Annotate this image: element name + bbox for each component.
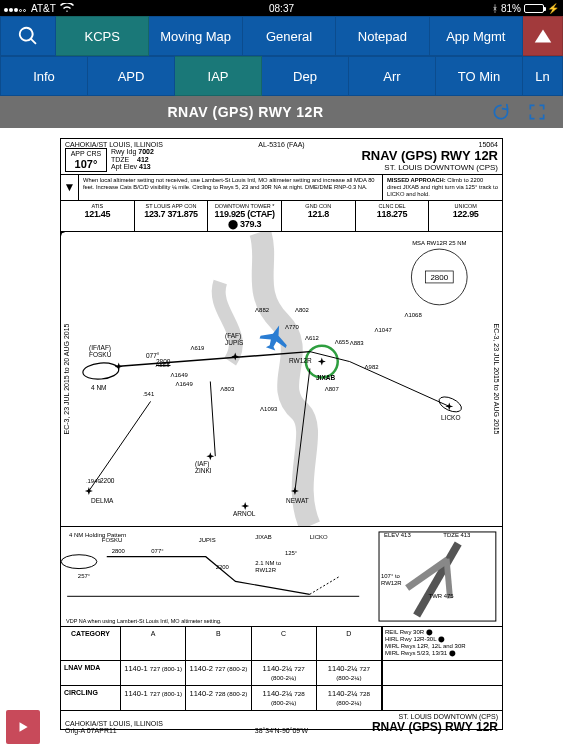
svg-text:Λ770: Λ770 (285, 324, 300, 330)
svg-text:Λ655: Λ655 (335, 339, 350, 345)
svg-text:077°: 077° (151, 548, 164, 554)
planview-map: MSA RW12R 25 NM 2800 (61, 232, 502, 526)
svg-text:RW12R: RW12R (381, 580, 402, 586)
play-button[interactable] (6, 710, 40, 744)
cat-b: B (186, 627, 251, 660)
svg-text:Λ802: Λ802 (295, 307, 310, 313)
cat-a: A (121, 627, 186, 660)
missed-approach: MISSED APPROACH: Climb to 2200 direct JI… (382, 175, 502, 200)
svg-text:107° to: 107° to (381, 573, 401, 579)
plate-notes: When local altimeter setting not receive… (79, 175, 382, 200)
notepad-tab[interactable]: Notepad (336, 16, 429, 56)
fix-licko: LICKO (441, 414, 461, 421)
cat-c: C (252, 627, 317, 660)
svg-text:Λ619: Λ619 (190, 344, 205, 350)
app-crs-label: APP CRS (67, 150, 105, 158)
lnav-c: 1140-2¼ 727 (800-2¼) (252, 661, 317, 685)
tdze-value: 412 (137, 156, 149, 163)
holding-label: 4 NM Holding Pattern (69, 532, 126, 538)
cell-signal-icon (4, 3, 27, 14)
info-tab[interactable]: Info (0, 56, 88, 96)
svg-text:Λ612: Λ612 (305, 335, 320, 341)
dep-label: Dep (293, 69, 317, 84)
info-label: Info (33, 69, 55, 84)
apt-elev-value: 413 (139, 163, 151, 170)
alt-2800: 2200 (100, 477, 114, 484)
plate-city: CAHOKIA/ST LOUIS, ILLINOIS (65, 141, 209, 148)
freq-cell: GND CON121.8 (282, 201, 356, 231)
fix-zinki: (IAF) ZINKI (195, 460, 212, 474)
svg-text:ELEV 413: ELEV 413 (384, 532, 411, 538)
svg-text:Λ982: Λ982 (365, 363, 380, 369)
freq-cell: ST LOUIS APP CON123.7 371.875 (135, 201, 209, 231)
circ-b: 1140-2 728 (800-2) (186, 686, 251, 710)
foot-airport: ST. LOUIS DOWNTOWN (CPS) (354, 713, 498, 720)
search-button[interactable] (0, 16, 56, 56)
arr-label: Arr (383, 69, 400, 84)
alert-button[interactable] (523, 16, 563, 56)
lnav-label: LNAV MDA (61, 661, 121, 685)
to-min-tab[interactable]: TO Min (436, 56, 523, 96)
app-mgmt-tab[interactable]: App Mgmt (430, 16, 523, 56)
svg-text:257°: 257° (78, 573, 91, 579)
freq-cell: ATIS121.45 (61, 201, 135, 231)
apt-elev-label: Apt Elev (111, 163, 137, 170)
profile-view: FOSKU JUPIS JIXAB LICKO 257° 077° 2200 2… (61, 527, 502, 627)
svg-text:Λ1649: Λ1649 (171, 371, 189, 377)
fix-delma: DELMA (91, 497, 113, 504)
lnav-b: 1140-2 727 (800-2) (186, 661, 251, 685)
search-icon (17, 25, 39, 47)
status-bar: AT&T 08:37 ᚼ 81% ⚡ (0, 0, 563, 16)
svg-text:JUPIS: JUPIS (199, 537, 216, 543)
airport-tab[interactable]: KCPS (56, 16, 149, 56)
svg-text:Λ803: Λ803 (220, 386, 235, 392)
msa-alt: 2800 (430, 273, 448, 282)
moving-map-tab[interactable]: Moving Map (149, 16, 242, 56)
vdp-note: VDP NA when using Lambert-St Louis Intl,… (66, 618, 222, 624)
fix-newat: NEWAT (286, 497, 309, 504)
apd-label: APD (118, 69, 145, 84)
msa-label: MSA RW12R 25 NM (412, 240, 466, 246)
freq-cell: DOWNTOWN TOWER *119.925 (CTAF) ⬤ 379.3 (208, 201, 282, 231)
ln-tab[interactable]: Ln (523, 56, 563, 96)
general-tab[interactable]: General (243, 16, 336, 56)
airport-name: ST. LOUIS DOWNTOWN (CPS) (361, 163, 498, 172)
lnav-a: 1140-1 727 (800-1) (121, 661, 186, 685)
lighting-remarks: REIL Rwy 30R ⬤HIRL Rwy 12R-30L ⬤MIRL Rwy… (382, 627, 502, 660)
alt-2200: 2800 (156, 358, 170, 365)
chart-area[interactable]: CAHOKIA/ST LOUIS, ILLINOIS AL-5316 (FAA)… (0, 128, 563, 750)
plate-title-bar: RNAV (GPS) RWY 12R (0, 96, 563, 128)
svg-text:TWR 475: TWR 475 (429, 593, 455, 599)
fullscreen-button[interactable] (527, 102, 547, 122)
circling-row: CIRCLING 1140-1 727 (800-1) 1140-2 728 (… (61, 686, 502, 711)
battery-pct: 81% (501, 3, 521, 14)
rotate-button[interactable] (491, 102, 511, 122)
warning-triangle-icon: ▼ (61, 175, 79, 200)
app-crs-box: APP CRS 107° (65, 148, 107, 172)
bluetooth-icon: ᚼ (492, 3, 498, 14)
main-tabs: KCPS Moving Map General Notepad App Mgmt (0, 16, 563, 56)
dist-4nm: 4 NM (91, 384, 107, 391)
dep-tab[interactable]: Dep (262, 56, 349, 96)
circ-d: 1140-2¼ 728 (800-2¼) (317, 686, 382, 710)
iap-tab[interactable]: IAP (175, 56, 262, 96)
category-label: CATEGORY (61, 627, 121, 660)
fix-jupis: (FAF) JUPIS (225, 332, 243, 346)
app-crs-value: 107° (67, 158, 105, 170)
svg-text:.541: .541 (143, 391, 155, 397)
rwy-ldg-value: 7002 (138, 148, 154, 155)
plate-footer: CAHOKIA/ST LOUIS, ILLINOIS Orig-A 07APR1… (61, 711, 502, 736)
plate-type-tabs: Info APD IAP Dep Arr TO Min Ln (0, 56, 563, 96)
ln-label: Ln (535, 69, 549, 84)
rwy-ldg-label: Rwy Idg (111, 148, 136, 155)
plate-title: RNAV (GPS) RWY 12R (0, 104, 491, 120)
apd-tab[interactable]: APD (88, 56, 175, 96)
arr-tab[interactable]: Arr (349, 56, 436, 96)
svg-text:Λ1068: Λ1068 (404, 312, 422, 318)
fix-rw12r: RW12R (289, 357, 312, 364)
to-min-label: TO Min (458, 69, 500, 84)
circling-label: CIRCLING (61, 686, 121, 710)
foot-approach: RNAV (GPS) RWY 12R (354, 720, 498, 734)
lnav-d: 1140-2¼ 727 (800-2¼) (317, 661, 382, 685)
approach-name: RNAV (GPS) RWY 12R (361, 148, 498, 163)
